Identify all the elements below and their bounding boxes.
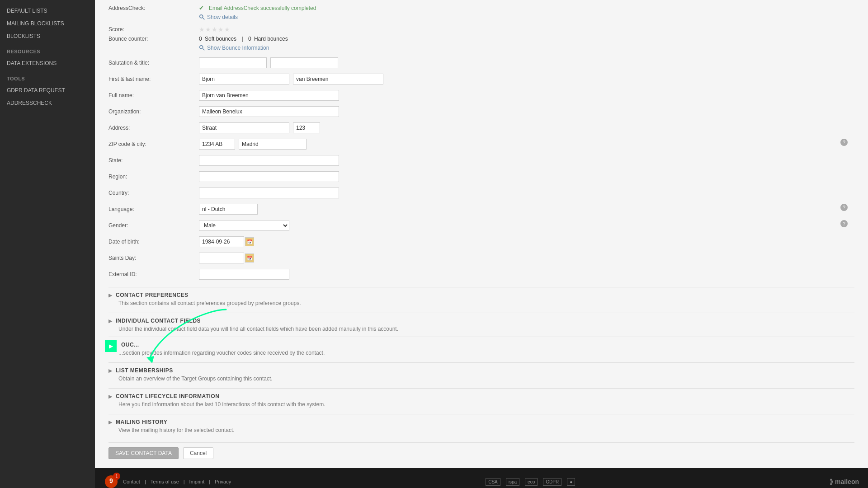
gdpr-cert: GDPR [543,478,561,486]
mailing-history-title: MAILING HISTORY [116,419,167,425]
list-memberships-chevron: ▶ [108,368,112,374]
footer-privacy-link[interactable]: Privacy [215,479,231,484]
saints-day-input[interactable] [199,253,244,263]
individual-contact-fields-chevron: ▶ [108,318,112,324]
cancel-button[interactable]: Cancel [183,447,213,459]
sidebar-section-tools-title: TOOLS [0,70,95,84]
ouc-desc: ...section provides information regardin… [108,350,854,356]
language-input[interactable] [199,204,258,215]
contact-preferences-desc: This section contains all contact prefer… [108,300,854,306]
individual-contact-fields-desc: Under the individual contact field data … [108,326,854,332]
footer-left: 9 : 1 Contact | Terms of use | Imprint |… [104,474,231,488]
gender-select[interactable]: Male Female Other Unknown [199,220,289,231]
highlight-expand-box[interactable]: ▶ [105,340,117,352]
contact-lifecycle-desc: Here you find information about the last… [108,401,854,408]
full-name-input[interactable] [199,90,339,101]
sidebar: DEFAULT LISTS MAILING BLOCKLISTS BLOCKLI… [0,0,95,488]
show-bounce-search-icon [199,45,205,51]
mailing-history-section[interactable]: ▶ MAILING HISTORY [108,414,854,427]
show-details-search-icon [199,14,205,20]
country-input[interactable] [199,188,339,198]
list-memberships-title: LIST MEMBERSHIPS [116,367,173,374]
score-label: Score: [108,26,199,33]
dob-calendar-icon[interactable]: 📅 [245,237,254,246]
first-last-label: First & last name: [108,76,199,82]
sidebar-item-gdpr[interactable]: GDPR DATA REQUEST [0,84,95,97]
hard-bounces-label: Hard bounces [254,36,288,42]
notification-badge: 1 [113,473,120,480]
footer-separator-2: | [184,479,185,484]
expand-arrow-icon: ▶ [109,343,113,349]
svg-point-0 [200,15,203,18]
check-icon: ✔ [199,5,204,11]
dob-label: Date of birth: [108,239,199,245]
saints-day-label: Saints Day: [108,255,199,261]
list-memberships-desc: Obtain an overview of the Target Groups … [108,375,854,382]
contact-preferences-chevron: ▶ [108,292,112,298]
sidebar-section-resources-title: RESOURCES [0,42,95,57]
zip-help-icon[interactable]: ? [840,139,848,146]
last-name-input[interactable] [293,74,383,84]
region-input[interactable] [199,171,339,182]
save-button[interactable]: SAVE CONTACT DATA [108,447,179,459]
ouc-section[interactable]: ▶ OUC... [108,337,854,350]
street-input[interactable] [199,122,289,133]
zip-input[interactable] [199,139,235,150]
ouc-title: OUC... [121,342,139,348]
contact-preferences-section[interactable]: ▶ CONTACT PREFERENCES [108,287,854,300]
state-label: State: [108,157,199,164]
full-name-label: Full name: [108,92,199,99]
zip-city-label: ZIP code & city: [108,141,199,147]
bounce-counter-value: 0 Soft bounces | 0 Hard bounces [199,36,288,42]
footer-imprint-link[interactable]: Imprint [189,479,205,484]
salutation-input[interactable] [199,57,267,68]
dob-input[interactable] [199,236,244,247]
footer-certifications: CSA ispa eco GDPR ● [486,478,575,486]
sidebar-item-blocklists[interactable]: BLOCKLISTS [0,30,95,42]
bounce-counter-label: Bounce counter: [108,36,199,42]
saints-day-calendar-icon[interactable]: 📅 [245,253,254,263]
show-bounce-link[interactable]: Show Bounce Information [207,45,269,51]
ispa-cert: ispa [506,478,519,486]
sidebar-item-data-extensions[interactable]: DATA EXTENSIONS [0,57,95,70]
footer-separator-1: | [145,479,146,484]
score-stars: ★★★★★ [199,26,231,33]
language-help-icon[interactable]: ? [840,204,848,211]
contact-preferences-title: CONTACT PREFERENCES [116,292,189,298]
state-input[interactable] [199,155,339,166]
external-id-label: External ID: [108,271,199,277]
user-icon-wrapper: 9 : 1 [104,474,118,488]
individual-contact-fields-section[interactable]: ▶ INDIVIDUAL CONTACT FIELDS [108,313,854,326]
sidebar-section-tools: GDPR DATA REQUEST ADDRESSCHECK [0,84,95,109]
show-details-link[interactable]: Show details [207,14,238,20]
organization-input[interactable] [199,106,339,117]
mailing-history-chevron: ▶ [108,419,112,425]
city-input[interactable] [239,139,307,150]
soft-bounces-label: Soft bounces [205,36,236,42]
sidebar-item-addresscheck[interactable]: ADDRESSCHECK [0,97,95,109]
mailing-history-desc: View the mailing history for the selecte… [108,427,854,433]
action-buttons: SAVE CONTACT DATA Cancel [108,442,854,459]
title-input[interactable] [270,57,338,68]
house-number-input[interactable] [293,122,320,133]
external-id-input[interactable] [199,269,289,280]
sidebar-item-default-lists[interactable]: DEFAULT LISTS [0,5,95,17]
sidebar-item-mailing-blocklists[interactable]: MAILING BLOCKLISTS [0,17,95,30]
language-label: Language: [108,206,199,212]
svg-line-1 [203,18,205,20]
addresscheck-status: Email AddressCheck successfully complete… [209,5,316,11]
sidebar-section-lists: DEFAULT LISTS MAILING BLOCKLISTS BLOCKLI… [0,5,95,42]
footer-separator-3: | [209,479,210,484]
contact-lifecycle-section[interactable]: ▶ CONTACT LIFECYCLE INFORMATION [108,388,854,401]
first-name-input[interactable] [199,74,289,84]
footer-copyright: Contact [123,479,140,484]
csa-cert: CSA [486,478,500,486]
footer-terms-link[interactable]: Terms of use [151,479,179,484]
contact-lifecycle-chevron: ▶ [108,394,112,399]
svg-point-2 [200,46,203,49]
list-memberships-section[interactable]: ▶ LIST MEMBERSHIPS [108,362,854,375]
footer: 9 : 1 Contact | Terms of use | Imprint |… [95,468,868,488]
addresscheck-label: AddressCheck: [108,5,199,11]
gender-help-icon[interactable]: ? [840,220,848,227]
region-label: Region: [108,174,199,180]
